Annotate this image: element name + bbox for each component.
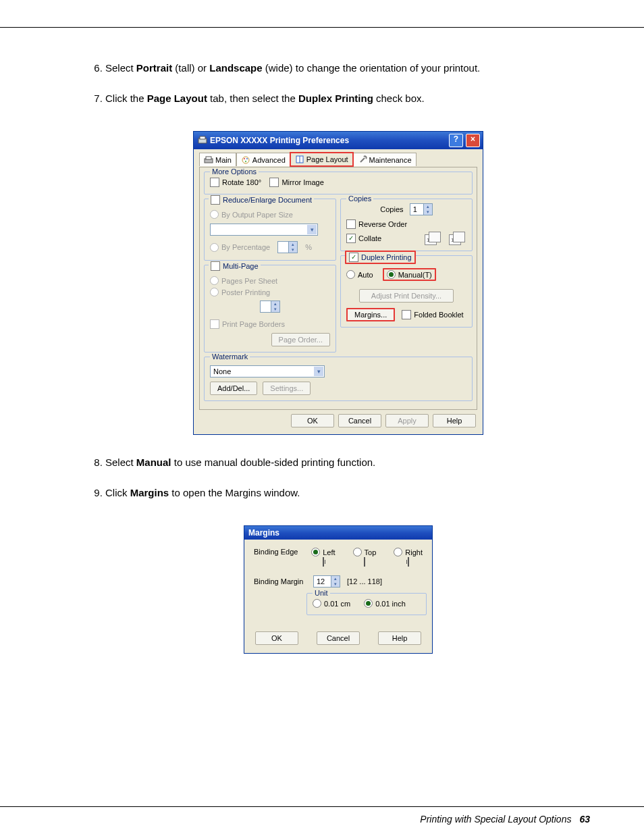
tab-advanced[interactable]: Advanced: [236, 153, 290, 166]
duplex-manual-radio[interactable]: Manual(T): [383, 268, 436, 281]
ok-button[interactable]: OK: [291, 414, 334, 427]
binding-top-icon: [364, 557, 365, 567]
binding-right-radio[interactable]: Right: [394, 548, 423, 556]
binding-margin-spinner[interactable]: 12 ▴▾: [313, 575, 340, 588]
multi-page-checkbox[interactable]: Multi-Page: [209, 261, 261, 271]
svg-point-7: [245, 161, 246, 162]
page-order-button[interactable]: Page Order...: [271, 333, 330, 346]
group-reduce-enlarge: Reduce/Enlarge Document By Output Paper …: [204, 199, 336, 261]
binding-margin-label: Binding Margin: [254, 577, 306, 585]
wrench-icon: [358, 155, 367, 165]
epson-icon: [198, 136, 207, 145]
radio-icon: [387, 270, 396, 279]
radio-icon: [210, 288, 219, 296]
duplex-printing-checkbox[interactable]: ✓ Duplex Printing: [345, 251, 416, 264]
radio-icon: [210, 210, 219, 219]
percentage-spinner[interactable]: ▴▾: [277, 241, 298, 253]
svg-rect-3: [206, 157, 211, 159]
tab-maintenance[interactable]: Maintenance: [353, 153, 417, 166]
print-page-borders-checkbox[interactable]: Print Page Borders: [210, 319, 285, 329]
layout-icon: [295, 155, 304, 164]
checkbox-icon: [211, 195, 220, 205]
close-titlebar-button[interactable]: ×: [466, 134, 480, 147]
svg-point-5: [244, 158, 245, 159]
copies-spinner[interactable]: 1 ▴▾: [410, 203, 433, 215]
palette-icon: [241, 155, 250, 165]
poster-printing-radio[interactable]: Poster Printing: [210, 288, 270, 296]
watermark-settings-button[interactable]: Settings...: [263, 382, 311, 395]
group-multi-page: Multi-Page Pages Per Sheet: [204, 265, 336, 353]
cancel-button[interactable]: Cancel: [317, 631, 360, 645]
by-percentage-radio[interactable]: By Percentage ▴▾ %: [210, 241, 312, 253]
mirror-image-checkbox[interactable]: Mirror Image: [269, 178, 323, 187]
checkbox-icon: [346, 219, 356, 229]
radio-icon: [210, 243, 219, 252]
help-titlebar-button[interactable]: ?: [449, 134, 463, 147]
watermark-combo[interactable]: None ▾: [210, 365, 325, 377]
binding-left-icon: [323, 557, 324, 567]
radio-icon: [353, 548, 362, 556]
unit-inch-radio[interactable]: 0.01 inch: [364, 599, 406, 608]
cancel-button[interactable]: Cancel: [338, 414, 381, 427]
group-unit: Unit 0.01 cm 0.01 inch: [306, 593, 427, 615]
reduce-enlarge-checkbox[interactable]: Reduce/Enlarge Document: [209, 195, 314, 205]
add-del-button[interactable]: Add/Del...: [210, 382, 257, 395]
ok-button[interactable]: OK: [255, 631, 298, 645]
output-size-combo[interactable]: ▾: [210, 224, 318, 236]
collate-checkbox[interactable]: ✓ Collate: [346, 234, 381, 243]
margins-dialog: Margins Binding Edge Left: [244, 525, 433, 654]
checkbox-icon: [210, 178, 219, 187]
multipage-spinner[interactable]: ▴▾: [260, 301, 280, 313]
binding-top-radio[interactable]: Top: [353, 548, 377, 556]
radio-icon: [313, 599, 321, 608]
step-7: Click the Page Layout tab, then select t…: [105, 91, 590, 105]
group-copies: Copies Copies 1 ▴▾: [340, 199, 473, 251]
unit-cm-radio[interactable]: 0.01 cm: [313, 599, 350, 608]
chevron-down-icon: ▾: [307, 225, 317, 234]
group-watermark: Watermark None ▾ Add/Del... Settings...: [204, 357, 473, 401]
reverse-order-checkbox[interactable]: Reverse Order: [346, 219, 407, 229]
collate-icon: 1 2 3: [449, 232, 466, 245]
radio-icon: [394, 548, 402, 556]
checkbox-icon: [269, 178, 279, 187]
checkbox-icon: [211, 261, 220, 271]
printer-icon: [204, 155, 213, 165]
radio-icon: [210, 276, 219, 285]
help-button[interactable]: Help: [378, 631, 421, 645]
adjust-print-density-button[interactable]: Adjust Print Density...: [359, 289, 454, 303]
printing-preferences-dialog: EPSON XXXXX Printing Preferences ? × Mai…: [193, 131, 483, 435]
titlebar[interactable]: Margins: [244, 526, 432, 540]
checkbox-icon: [210, 319, 219, 329]
binding-edge-label: Binding Edge: [254, 546, 304, 556]
pages-per-sheet-radio[interactable]: Pages Per Sheet: [210, 276, 277, 285]
tab-main[interactable]: Main: [199, 153, 236, 166]
collate-icon: 1 2 3: [425, 232, 442, 245]
checkbox-icon: ✓: [346, 234, 356, 243]
titlebar[interactable]: EPSON XXXXX Printing Preferences ? ×: [194, 132, 483, 149]
page-footer: Printing with Special Layout Options63: [420, 814, 590, 825]
radio-icon: [364, 599, 373, 608]
apply-button[interactable]: Apply: [385, 414, 429, 427]
top-rule: [0, 27, 644, 28]
radio-icon: [311, 548, 320, 556]
svg-point-6: [246, 158, 248, 159]
by-output-paper-size-radio[interactable]: By Output Paper Size: [210, 210, 293, 219]
step-6: Select Portrait (tall) or Landscape (wid…: [105, 61, 590, 75]
bottom-rule: [0, 806, 644, 807]
radio-icon: [346, 270, 355, 279]
folded-booklet-checkbox[interactable]: Folded Booklet: [402, 310, 463, 319]
title-text: Margins: [248, 528, 429, 538]
title-text: EPSON XXXXX Printing Preferences: [210, 136, 446, 145]
checkbox-icon: ✓: [349, 253, 358, 262]
step-9: Click Margins to open the Margins window…: [105, 486, 590, 500]
margins-button[interactable]: Margins...: [346, 308, 395, 321]
help-button[interactable]: Help: [433, 414, 476, 427]
group-duplex-printing: ✓ Duplex Printing Auto: [340, 255, 473, 328]
group-more-options: More Options Rotate 180° Mirror Image: [204, 172, 473, 194]
svg-rect-1: [200, 136, 205, 139]
tab-page-layout[interactable]: Page Layout: [290, 153, 353, 166]
svg-point-4: [242, 157, 249, 163]
binding-left-radio[interactable]: Left: [311, 548, 335, 556]
duplex-auto-radio[interactable]: Auto: [346, 270, 373, 279]
rotate-180-checkbox[interactable]: Rotate 180°: [210, 178, 261, 187]
